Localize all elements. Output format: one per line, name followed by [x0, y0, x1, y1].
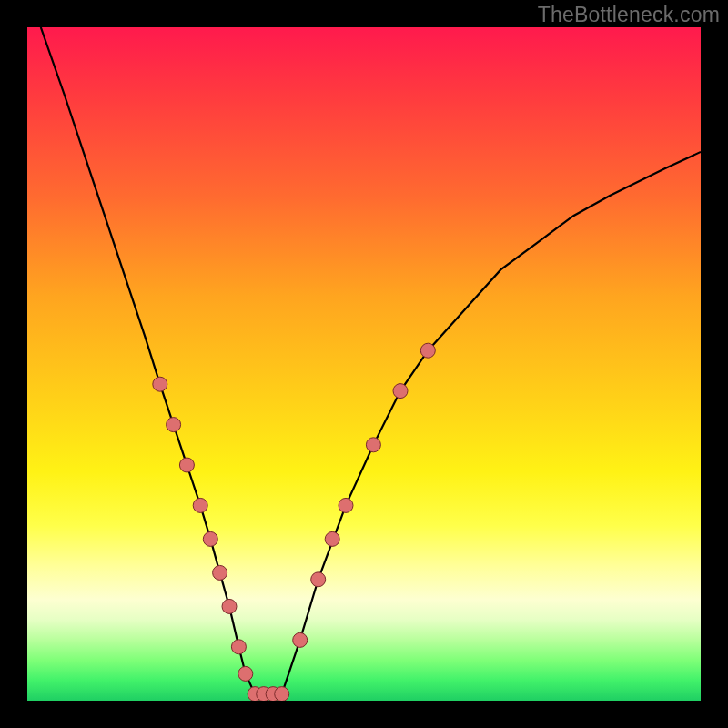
bead-marker	[366, 438, 380, 452]
bead-marker	[179, 458, 194, 472]
bead-marker	[222, 599, 237, 613]
bead-marker	[238, 666, 253, 681]
curve-beads	[153, 343, 436, 701]
bead-marker	[193, 498, 207, 512]
chart-frame: TheBottleneck.com	[0, 0, 728, 728]
bead-marker	[293, 632, 308, 647]
bead-marker	[311, 572, 326, 587]
bead-marker	[325, 531, 339, 546]
curve-layer	[27, 27, 701, 701]
bead-marker	[167, 418, 181, 432]
bead-marker	[213, 565, 228, 580]
bead-marker	[203, 531, 217, 546]
watermark-text: TheBottleneck.com	[538, 3, 720, 27]
bead-marker	[153, 377, 167, 391]
plot-area	[27, 27, 701, 701]
bead-marker	[275, 687, 289, 701]
bead-marker	[231, 640, 246, 654]
bottleneck-curve	[41, 27, 701, 694]
bead-marker	[420, 343, 435, 358]
bead-marker	[393, 384, 408, 399]
bead-marker	[339, 498, 353, 512]
